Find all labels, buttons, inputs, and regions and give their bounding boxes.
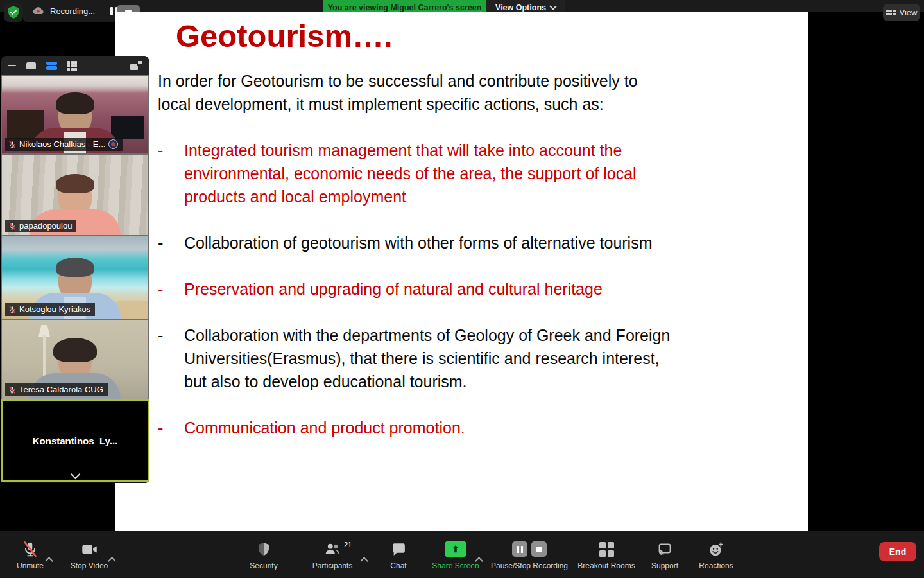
breakout-rooms-label: Breakout Rooms	[578, 561, 635, 570]
meeting-toolbar: Unmute Stop Video Security	[0, 531, 924, 578]
gallery-grid-icon	[67, 61, 77, 71]
chevron-up-icon	[45, 557, 53, 565]
participants-filmstrip-panel: Nikolaos Chalkias - E... papadopoulou	[1, 56, 149, 483]
participant-name-tag: Teresa Caldarola CUG	[5, 383, 108, 396]
popout-layout-button[interactable]	[130, 61, 142, 70]
participants-icon	[323, 541, 341, 557]
share-screen-icon	[445, 541, 466, 557]
breakout-rooms-button[interactable]: Breakout Rooms	[576, 540, 637, 576]
security-label: Security	[250, 561, 277, 570]
speaker-view-icon	[26, 62, 36, 69]
participants-button[interactable]: 21 Participants	[307, 540, 358, 576]
participant-name: papadopoulou	[19, 221, 72, 231]
security-button[interactable]: Security	[243, 540, 285, 576]
zoom-meeting-window: Recording... You are viewing Miguel Carr…	[0, 0, 924, 578]
mic-muted-icon	[8, 141, 16, 148]
bullet-marker: -	[158, 277, 184, 301]
participant-tile-kotsoglou[interactable]: Kotsoglou Kyriakos	[1, 236, 149, 319]
participants-label: Participants	[312, 561, 353, 570]
cloud-recording-icon	[32, 6, 45, 15]
filmstrip-scroll-down-button[interactable]	[3, 471, 148, 478]
bullet-marker: -	[158, 139, 184, 208]
slide-intro-paragraph: In order for Geotourism to be successful…	[158, 69, 758, 116]
pause-recording-icon	[512, 541, 527, 557]
mic-muted-icon	[8, 306, 16, 313]
chat-label: Chat	[390, 561, 406, 570]
mic-muted-icon	[8, 222, 16, 230]
mic-muted-icon	[22, 541, 38, 557]
chevron-up-icon	[475, 557, 483, 565]
chat-button[interactable]: Chat	[380, 540, 417, 576]
breakout-rooms-icon	[599, 542, 614, 557]
chevron-up-icon	[360, 557, 368, 565]
security-shield-icon	[256, 541, 271, 557]
participant-tile-teresa[interactable]: Teresa Caldarola CUG	[1, 319, 149, 399]
participant-logo-badge	[108, 139, 118, 149]
participants-count-badge: 21	[344, 541, 352, 548]
participant-name-tag: Nikolaos Chalkias - E...	[5, 138, 123, 151]
slide-bullet-5: - Communication and product promotion.	[158, 416, 758, 439]
slide-bullet-2: - Collaboration of geotourism with other…	[158, 231, 758, 254]
view-label: View	[900, 8, 918, 17]
participant-name-tag: papadopoulou	[5, 220, 76, 232]
stop-recording-icon	[531, 541, 547, 557]
shield-check-icon	[6, 5, 21, 19]
minimize-panel-button[interactable]	[8, 65, 16, 67]
slide-bullet-3: - Preservation and upgrading of natural …	[158, 277, 758, 301]
speaker-view-button[interactable]	[26, 62, 36, 69]
reactions-label: Reactions	[699, 561, 733, 570]
bullet-marker: -	[158, 416, 184, 439]
strip-view-icon	[46, 62, 57, 70]
audio-options-caret[interactable]	[46, 555, 52, 566]
support-cast-icon	[656, 541, 673, 557]
view-grid-icon	[886, 10, 896, 16]
participant-name: Teresa Caldarola CUG	[19, 385, 103, 394]
support-label: Support	[651, 561, 678, 570]
strip-view-button[interactable]	[46, 62, 57, 70]
participants-options-caret[interactable]	[361, 555, 367, 566]
shared-screen-slide: Geotourism…. In order for Geotourism to …	[116, 12, 809, 531]
minimize-icon	[8, 65, 16, 67]
participant-name: Nikolaos Chalkias - E...	[19, 139, 105, 149]
participant-name: Kotsoglou Kyriakos	[19, 304, 90, 314]
recording-indicator: Recording...	[23, 0, 117, 22]
camera-icon	[81, 541, 98, 558]
chat-bubble-icon	[391, 541, 407, 557]
video-options-caret[interactable]	[109, 555, 115, 566]
stop-video-button[interactable]: Stop Video	[67, 540, 112, 576]
mic-muted-icon	[8, 386, 16, 394]
pause-stop-recording-button[interactable]: Pause/Stop Recording	[490, 540, 569, 576]
share-options-caret[interactable]	[476, 555, 482, 566]
end-meeting-button[interactable]: End	[879, 542, 916, 561]
unmute-label: Unmute	[17, 561, 44, 570]
view-options-label: View Options	[495, 3, 546, 12]
participant-tile-konstantinos[interactable]: Konstantinos Ly...	[1, 399, 149, 482]
popout-layout-icon	[130, 61, 142, 70]
filmstrip-header	[1, 56, 149, 75]
slide-title: Geotourism….	[176, 19, 393, 54]
bullet-marker: -	[158, 231, 184, 254]
share-screen-label: Share Screen	[432, 561, 479, 570]
chevron-down-icon	[549, 3, 556, 10]
participant-tile-nikolaos[interactable]: Nikolaos Chalkias - E...	[1, 75, 149, 154]
slide-bullet-4: - Collaboration with the departments of …	[158, 324, 758, 393]
support-button[interactable]: Support	[646, 540, 684, 576]
gallery-view-button[interactable]	[67, 61, 77, 71]
recording-label: Recording...	[50, 6, 95, 16]
stop-video-label: Stop Video	[71, 561, 108, 570]
bullet-marker: -	[158, 324, 184, 393]
chevron-down-icon	[70, 469, 80, 480]
slide-bullet-1: - Integrated tourism management that wil…	[158, 139, 758, 208]
participant-tile-papadopoulou[interactable]: papadopoulou	[1, 154, 149, 236]
slide-body: In order for Geotourism to be successful…	[158, 69, 758, 439]
meeting-security-shield-button[interactable]	[4, 3, 23, 22]
pause-stop-recording-label: Pause/Stop Recording	[491, 561, 568, 570]
unmute-button[interactable]: Unmute	[9, 540, 51, 576]
participant-name: Konstantinos Ly...	[33, 435, 118, 446]
view-button[interactable]: View	[883, 4, 920, 21]
reactions-smiley-icon	[708, 541, 724, 557]
participant-name-tag: Kotsoglou Kyriakos	[5, 303, 95, 316]
reactions-button[interactable]: Reactions	[695, 540, 737, 576]
chevron-up-icon	[108, 557, 116, 565]
